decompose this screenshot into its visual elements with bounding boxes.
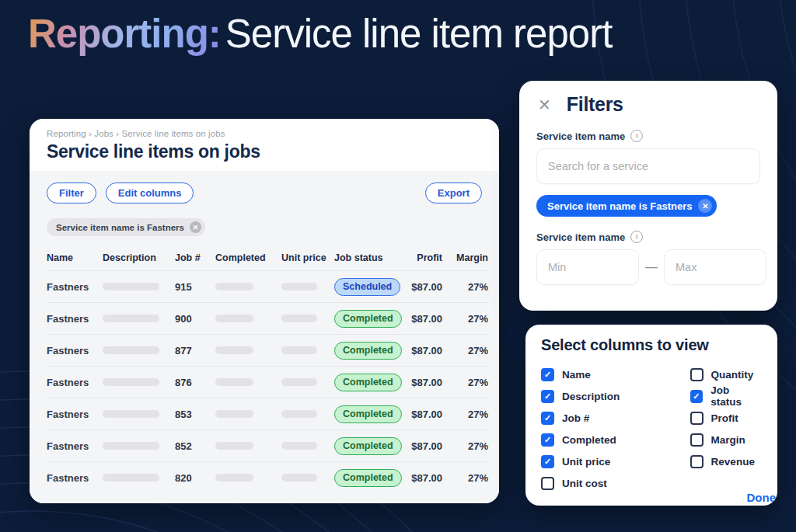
column-option-job-status[interactable]: ✓Job status xyxy=(690,385,762,407)
column-option-unit-price[interactable]: ✓Unit price xyxy=(541,450,690,472)
column-header[interactable]: Job # xyxy=(175,252,215,263)
export-button[interactable]: Export xyxy=(425,183,482,203)
column-header[interactable]: Margin xyxy=(442,252,488,263)
table-row: Fastners900Completed$87.0027% xyxy=(47,302,488,334)
cell-unit-price xyxy=(281,474,334,482)
column-option-description[interactable]: ✓Description xyxy=(541,385,690,407)
select-columns-title: Select columns to view xyxy=(541,336,762,354)
completed-placeholder xyxy=(215,378,253,386)
done-button[interactable]: Done xyxy=(747,491,777,504)
cell-name: Fastners xyxy=(47,345,103,356)
max-input[interactable] xyxy=(664,249,766,285)
cell-unit-price xyxy=(281,315,334,322)
cell-profit: $87.00 xyxy=(408,409,442,420)
column-header[interactable]: Completed xyxy=(215,252,281,263)
column-option-label: Job status xyxy=(710,384,762,408)
description-placeholder xyxy=(103,442,159,450)
status-badge: Completed xyxy=(334,437,402,455)
cell-margin: 27% xyxy=(442,345,488,356)
column-header[interactable]: Job status xyxy=(334,252,408,263)
table-row: Fastners853Completed$87.0027% xyxy=(47,398,488,429)
filter-button[interactable]: Filter xyxy=(47,183,96,203)
cell-description xyxy=(103,474,175,482)
completed-placeholder xyxy=(215,346,253,354)
cell-profit: $87.00 xyxy=(408,281,442,293)
column-option-completed[interactable]: ✓Completed xyxy=(541,429,690,450)
report-card-body: Filter Edit columns Export Service item … xyxy=(30,171,499,503)
cell-profit: $87.00 xyxy=(408,313,442,325)
column-header[interactable]: Name xyxy=(47,252,103,263)
column-header[interactable]: Profit xyxy=(408,252,442,263)
status-badge: Completed xyxy=(334,405,402,423)
cell-unit-price xyxy=(281,442,334,450)
unit-price-placeholder xyxy=(281,346,317,354)
checkbox-checked-icon[interactable]: ✓ xyxy=(541,390,554,403)
service-search-input[interactable] xyxy=(536,148,760,184)
cell-unit-price xyxy=(281,410,334,418)
description-placeholder xyxy=(103,346,159,354)
column-option-label: Revenue xyxy=(711,456,755,468)
cell-completed xyxy=(215,315,281,322)
column-option-unit-cost[interactable]: Unit cost xyxy=(541,472,690,494)
info-icon[interactable]: ! xyxy=(630,130,643,142)
unit-price-placeholder xyxy=(281,474,317,482)
column-option-quantity[interactable]: Quantity xyxy=(690,363,762,385)
cell-unit-price xyxy=(281,346,334,354)
close-icon[interactable]: ✕ xyxy=(536,96,553,114)
cell-name: Fastners xyxy=(47,409,103,420)
cell-job-number: 820 xyxy=(175,472,215,484)
column-header[interactable]: Description xyxy=(103,252,175,263)
checkbox-checked-icon[interactable]: ✓ xyxy=(541,412,554,425)
cell-unit-price xyxy=(281,378,334,386)
column-checkbox-grid: ✓Name✓Description✓Job #✓Completed✓Unit p… xyxy=(541,363,762,494)
column-option-label: Profit xyxy=(711,412,738,424)
report-card: Reporting › Jobs › Service line items on… xyxy=(30,119,499,503)
column-option-margin[interactable]: Margin xyxy=(690,429,762,450)
filters-header: ✕ Filters xyxy=(536,93,760,116)
unit-price-placeholder xyxy=(281,442,317,450)
page-title-rest: Service line item report xyxy=(225,12,613,56)
column-option-label: Completed xyxy=(562,434,616,446)
checkbox-unchecked[interactable] xyxy=(690,412,703,425)
column-option-label: Description xyxy=(562,391,620,402)
cell-margin: 27% xyxy=(442,440,488,452)
cell-name: Fastners xyxy=(47,472,103,484)
info-icon[interactable]: ! xyxy=(630,231,643,243)
cell-description xyxy=(103,315,175,322)
remove-applied-filter-icon[interactable]: ✕ xyxy=(698,199,712,213)
checkbox-unchecked[interactable] xyxy=(690,368,703,381)
cell-name: Fastners xyxy=(47,440,103,452)
min-input[interactable] xyxy=(536,249,639,285)
cell-margin: 27% xyxy=(442,281,488,293)
range-inputs: — xyxy=(536,243,760,285)
checkbox-checked-icon[interactable]: ✓ xyxy=(690,390,703,403)
checkbox-checked-icon[interactable]: ✓ xyxy=(541,455,554,468)
cell-job-status: Completed xyxy=(334,342,408,360)
report-card-header: Reporting › Jobs › Service line items on… xyxy=(30,119,499,171)
cell-job-status: Completed xyxy=(334,374,408,391)
edit-columns-button[interactable]: Edit columns xyxy=(106,183,194,203)
column-option-job-[interactable]: ✓Job # xyxy=(541,407,690,429)
description-placeholder xyxy=(103,283,159,290)
checkbox-checked-icon[interactable]: ✓ xyxy=(541,433,554,447)
checkbox-unchecked[interactable] xyxy=(541,477,554,490)
breadcrumb[interactable]: Reporting › Jobs › Service line items on… xyxy=(47,129,482,138)
column-option-profit[interactable]: Profit xyxy=(690,407,762,429)
cell-margin: 27% xyxy=(442,472,488,484)
completed-placeholder xyxy=(215,442,253,450)
range-separator: — xyxy=(645,260,658,274)
cell-job-number: 877 xyxy=(175,345,215,356)
checkbox-checked-icon[interactable]: ✓ xyxy=(541,368,554,381)
column-option-revenue[interactable]: Revenue xyxy=(690,450,762,472)
applied-filter-chip[interactable]: Service item name is Fastners ✕ xyxy=(536,195,717,217)
remove-filter-icon[interactable]: ✕ xyxy=(190,221,201,233)
column-option-name[interactable]: ✓Name xyxy=(541,363,690,385)
checkbox-unchecked[interactable] xyxy=(690,433,703,447)
column-header[interactable]: Unit price xyxy=(281,252,334,263)
active-filter-chip[interactable]: Service item name is Fastners ✕ xyxy=(47,218,205,236)
filters-panel: ✕ Filters Service item name ! Service it… xyxy=(519,81,777,311)
cell-completed xyxy=(215,474,281,482)
checkbox-unchecked[interactable] xyxy=(690,455,703,468)
cell-completed xyxy=(215,283,281,290)
report-title: Service line items on jobs xyxy=(47,141,482,162)
